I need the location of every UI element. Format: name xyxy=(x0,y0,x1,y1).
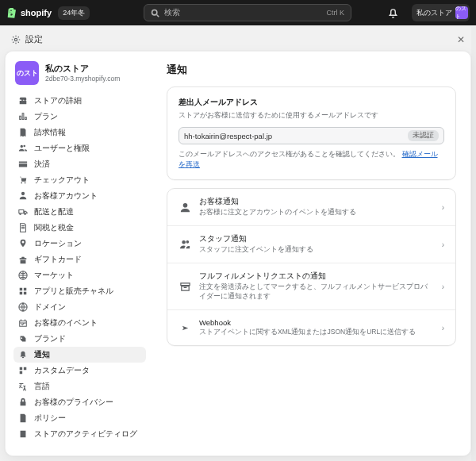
sidebar-item-label: 請求情報 xyxy=(34,127,66,138)
sidebar-item-markets[interactable]: マーケット xyxy=(13,267,146,283)
page-title: 通知 xyxy=(167,63,456,77)
sidebar-item-payments[interactable]: 決済 xyxy=(13,156,146,172)
sender-heading: 差出人メールアドレス xyxy=(178,97,444,108)
sender-email-status-badge: 未認証 xyxy=(408,130,439,141)
sidebar-item-label: 配送と配達 xyxy=(34,206,74,217)
search-input[interactable]: 検索 Ctrl K xyxy=(144,4,351,21)
apps-icon xyxy=(18,286,28,296)
link-desc: 注文を発送済みとしてマークすると、フルフィルメントサービスプロバイダーに通知され… xyxy=(199,282,434,302)
sidebar-item-gift-cards[interactable]: ギフトカード xyxy=(13,252,146,267)
sidebar-item-notifications[interactable]: 通知 xyxy=(13,347,146,363)
sidebar-item-metafields[interactable]: カスタムデータ xyxy=(13,363,146,378)
activity-log-icon xyxy=(18,429,28,439)
sidebar-item-label: マーケット xyxy=(34,270,74,281)
chevron-right-icon: › xyxy=(442,282,444,291)
sidebar-item-label: ブランド xyxy=(34,333,66,344)
settings-nav: ストアの詳細プラン請求情報ユーザーと権限決済チェックアウトお客様アカウント配送と… xyxy=(13,93,146,442)
link-title: フルフィルメントリクエストの通知 xyxy=(199,271,434,282)
sidebar-item-apps[interactable]: アプリと販売チャネル xyxy=(13,283,146,299)
bell-icon xyxy=(388,8,398,18)
sidebar-item-locations[interactable]: ロケーション xyxy=(13,236,146,252)
store-name: 私のストア xyxy=(45,63,120,75)
link-desc: お客様に注文とアカウントのイベントを通知する xyxy=(199,208,434,217)
sidebar-item-shipping[interactable]: 配送と配達 xyxy=(13,204,146,220)
taxes-icon xyxy=(18,223,28,232)
sidebar-item-policies[interactable]: ポリシー xyxy=(13,410,146,426)
link-title: Webhook xyxy=(199,318,434,327)
brand-icon xyxy=(18,334,28,344)
sidebar-item-label: お客様のプライバシー xyxy=(34,397,113,408)
svg-point-1 xyxy=(14,38,17,40)
sidebar-item-users[interactable]: ユーザーと権限 xyxy=(13,140,146,156)
customer-notifications-icon xyxy=(179,202,191,213)
settings-panel: のスト 私のストア 2dbe70-3.myshopify.com ストアの詳細プ… xyxy=(5,51,471,456)
sidebar-item-languages[interactable]: 言語 xyxy=(13,378,146,394)
sidebar-item-label: ストアのアクティビティログ xyxy=(34,428,137,440)
edition-badge[interactable]: 24年冬 xyxy=(58,6,90,20)
store-switcher[interactable]: 私のストア のスト xyxy=(412,4,470,21)
settings-header: 設定 ✕ xyxy=(5,32,471,48)
policies-icon xyxy=(18,413,28,423)
close-settings-button[interactable]: ✕ xyxy=(457,34,465,45)
link-row-fulfillment-notifications[interactable]: フルフィルメントリクエストの通知注文を発送済みとしてマークすると、フルフィルメン… xyxy=(167,263,455,309)
payments-icon xyxy=(18,159,28,169)
plan-icon xyxy=(18,112,28,121)
staff-notifications-icon xyxy=(179,239,191,251)
link-desc: スタッフに注文イベントを通知する xyxy=(199,245,434,255)
chevron-right-icon: › xyxy=(442,324,444,332)
link-title: スタッフ通知 xyxy=(199,234,434,244)
link-row-staff-notifications[interactable]: スタッフ通知スタッフに注文イベントを通知する › xyxy=(167,225,455,263)
languages-icon xyxy=(18,382,28,391)
store-avatar: のスト xyxy=(15,61,39,85)
gear-icon xyxy=(11,35,21,44)
sidebar-item-label: チェックアウト xyxy=(34,175,90,186)
sidebar-item-checkout[interactable]: チェックアウト xyxy=(13,172,146,188)
store-domain: 2dbe70-3.myshopify.com xyxy=(45,75,120,83)
shopify-logo[interactable]: shopify xyxy=(6,7,52,18)
sender-helper-text: このメールアドレスへのアクセス権があることを確認してください。 xyxy=(178,150,400,158)
notifications-button[interactable] xyxy=(388,7,399,18)
sidebar-item-label: 通知 xyxy=(34,349,50,360)
sender-email-card: 差出人メールアドレス ストアがお客様に送信するために使用するメールアドレスです … xyxy=(167,86,456,180)
shipping-icon xyxy=(18,207,28,217)
shopify-bag-icon xyxy=(6,7,16,18)
customer-events-icon xyxy=(18,318,28,328)
users-icon xyxy=(18,144,28,153)
sidebar-item-billing[interactable]: 請求情報 xyxy=(13,125,146,140)
link-row-webhooks[interactable]: Webhookストアイベントに関するXML通知またはJSON通知をURLに送信す… xyxy=(167,309,455,345)
sidebar-item-privacy[interactable]: お客様のプライバシー xyxy=(13,394,146,410)
scrollbar[interactable] xyxy=(471,27,476,461)
sidebar-item-label: 決済 xyxy=(34,159,50,170)
sidebar-item-activity-log[interactable]: ストアのアクティビティログ xyxy=(13,426,146,442)
sidebar-item-domains[interactable]: ドメイン xyxy=(13,299,146,315)
sidebar-item-store-details[interactable]: ストアの詳細 xyxy=(13,93,146,109)
store-switcher-label: 私のストア xyxy=(416,8,452,18)
sender-email-field[interactable]: hh-tokairin@respect-pal.jp 未認証 xyxy=(178,127,444,144)
link-desc: ストアイベントに関するXML通知またはJSON通知をURLに送信する xyxy=(199,328,434,337)
sidebar-item-customer-events[interactable]: お客様のイベント xyxy=(13,315,146,331)
sidebar-item-customer-accounts[interactable]: お客様アカウント xyxy=(13,188,146,204)
sidebar-item-label: ドメイン xyxy=(34,302,66,313)
sidebar-item-label: ギフトカード xyxy=(34,254,82,265)
sidebar-item-label: お客様のイベント xyxy=(34,317,98,328)
sender-helper: このメールアドレスへのアクセス権があることを確認してください。 確認メールを再送 xyxy=(178,149,444,170)
sidebar-item-label: アプリと販売チャネル xyxy=(34,286,113,297)
chevron-right-icon: › xyxy=(442,203,444,212)
search-placeholder: 検索 xyxy=(164,7,180,18)
domains-icon xyxy=(18,302,28,312)
sidebar-item-plan[interactable]: プラン xyxy=(13,109,146,125)
store-avatar-small: のスト xyxy=(455,6,468,19)
locations-icon xyxy=(18,239,28,248)
webhooks-icon xyxy=(179,322,191,334)
metafields-icon xyxy=(18,366,28,375)
store-header[interactable]: のスト 私のストア 2dbe70-3.myshopify.com xyxy=(15,61,144,85)
sidebar-item-label: プラン xyxy=(34,111,58,122)
checkout-icon xyxy=(18,175,28,185)
fulfillment-notifications-icon xyxy=(179,281,191,293)
sidebar-item-taxes[interactable]: 関税と税金 xyxy=(13,220,146,236)
notification-links-card: お客様通知お客様に注文とアカウントのイベントを通知する › スタッフ通知スタッフ… xyxy=(167,188,456,346)
link-row-customer-notifications[interactable]: お客様通知お客様に注文とアカウントのイベントを通知する › xyxy=(167,189,455,225)
sidebar-item-brand[interactable]: ブランド xyxy=(13,331,146,347)
privacy-icon xyxy=(18,398,28,407)
store-details-icon xyxy=(18,96,28,106)
